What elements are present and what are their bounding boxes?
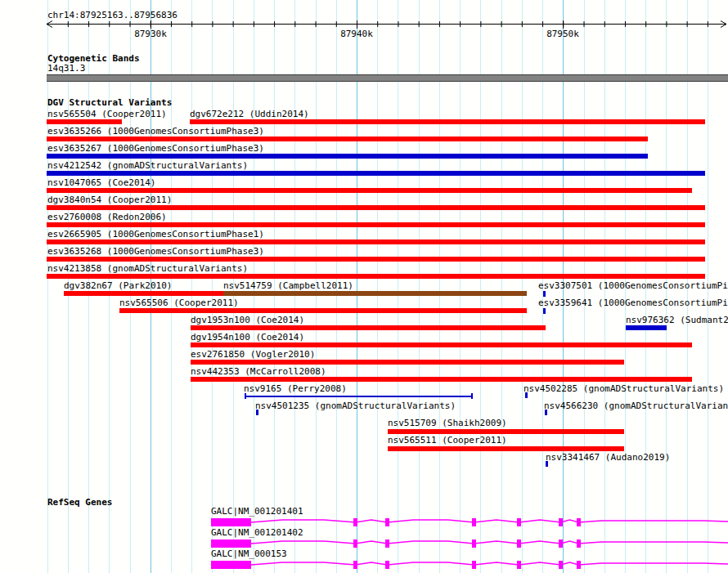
variant-point-tick[interactable] (525, 392, 528, 398)
gene-intron-line[interactable] (251, 520, 728, 522)
gene-exon[interactable] (559, 539, 563, 548)
variant-label[interactable]: esv2665905 (1000GenomesConsortiumPhase1) (47, 230, 264, 239)
variant-label[interactable]: esv3307501 (1000GenomesConsortiumPilot (538, 281, 728, 290)
variant-label[interactable]: dgv382n67 (Park2010) (64, 281, 172, 290)
variant-label[interactable]: esv2760008 (Redon2006) (47, 213, 167, 222)
variant-bar[interactable] (47, 137, 648, 141)
variant-label[interactable]: dgv3840n54 (Cooper2011) (47, 195, 172, 204)
variant-bar[interactable] (47, 257, 705, 262)
variant-bar[interactable] (47, 171, 705, 176)
variant-point-tick[interactable] (543, 291, 546, 297)
variant-point-tick[interactable] (543, 308, 546, 314)
gene-exon[interactable] (517, 561, 521, 569)
variant-bar[interactable] (223, 291, 527, 296)
variant-label[interactable]: nsv1047065 (Coe2014) (47, 178, 155, 187)
grid-minor-line (522, 0, 523, 573)
variant-bar[interactable] (191, 377, 692, 382)
variant-bar[interactable] (119, 308, 527, 313)
grid-minor-line (191, 0, 192, 573)
variant-bar[interactable] (190, 119, 705, 124)
variant-label[interactable]: esv3359641 (1000GenomesConsortiumPilot (538, 298, 728, 307)
variant-label[interactable]: nsv515709 (Shaikh2009) (388, 419, 507, 428)
gene-intron-line[interactable] (251, 541, 728, 544)
variant-label[interactable]: nsv442353 (McCarroll2008) (191, 367, 326, 376)
variant-bar[interactable] (388, 429, 624, 434)
cytoband-bar[interactable] (47, 74, 728, 82)
gene-exon[interactable] (517, 539, 521, 548)
grid-minor-line (439, 0, 440, 573)
gene-label[interactable]: GALC|NM_000153 (211, 549, 287, 558)
gene-exon[interactable] (472, 561, 476, 569)
variant-label[interactable]: nsv565506 (Cooper2011) (119, 298, 239, 307)
variant-bar[interactable] (47, 222, 705, 227)
gene-exon[interactable] (577, 539, 581, 548)
gene-exon[interactable] (577, 561, 581, 569)
variant-label[interactable]: nsv514759 (Campbell2011) (223, 281, 353, 290)
variant-label[interactable]: nsv4502285 (gnomADStructuralVariants) (524, 384, 724, 393)
variant-label[interactable]: dgv1954n100 (Coe2014) (191, 333, 304, 342)
variant-label[interactable]: esv3635268 (1000GenomesConsortiumPhase3) (47, 247, 264, 256)
variant-label[interactable]: nsv4501235 (gnomADStructuralVariants) (255, 401, 456, 410)
cytoband-name: 14q31.3 (47, 64, 85, 73)
section-title-dgv-structural-variants: DGV Structural Variants (47, 98, 172, 107)
grid-minor-line (460, 0, 461, 573)
variant-bar[interactable] (191, 342, 692, 347)
variant-label[interactable]: esv3635266 (1000GenomesConsortiumPhase3) (47, 127, 264, 136)
gene-exon[interactable] (559, 561, 563, 569)
section-title-cytogenetic-bands: Cytogenetic Bands (47, 54, 140, 63)
grid-minor-line (419, 0, 420, 573)
variant-point-tick[interactable] (545, 410, 547, 415)
section-title-refseq-genes: RefSeq Genes (47, 498, 112, 507)
variant-point-tick[interactable] (256, 410, 258, 415)
variant-label[interactable]: nsv4566230 (gnomADStructuralVariants) (544, 401, 728, 410)
variant-bar[interactable] (47, 154, 648, 159)
variant-bar[interactable] (626, 325, 667, 330)
variant-bar[interactable] (191, 325, 546, 330)
gene-exon-box[interactable] (211, 539, 251, 548)
gene-exon-box[interactable] (211, 518, 251, 526)
variant-label[interactable]: nsv565504 (Cooper2011) (47, 110, 167, 119)
variant-bar[interactable] (64, 291, 223, 296)
variant-label[interactable]: esv2761850 (Vogler2010) (191, 350, 315, 359)
gene-exon[interactable] (385, 561, 389, 569)
variant-bar[interactable] (47, 188, 692, 193)
gene-exon[interactable] (559, 518, 563, 526)
variant-label[interactable]: nsv9165 (Perry2008) (244, 384, 347, 393)
variant-bar[interactable] (388, 446, 624, 451)
gene-label[interactable]: GALC|NM_001201401 (211, 507, 303, 516)
grid-minor-line (47, 0, 48, 573)
grid-minor-line (480, 0, 481, 573)
variant-bar[interactable] (191, 360, 624, 365)
gene-intron-line[interactable] (251, 562, 728, 565)
gene-exon-box[interactable] (211, 561, 251, 569)
variant-interval-line[interactable] (245, 396, 472, 397)
gene-exon[interactable] (517, 518, 521, 526)
grid-major-line (357, 0, 357, 573)
gene-label[interactable]: GALC|NM_001201402 (211, 528, 303, 537)
variant-bar[interactable] (47, 119, 122, 124)
variant-label[interactable]: dgv672e212 (Uddin2014) (190, 110, 309, 119)
variant-label[interactable]: nsv3341467 (Audano2019) (546, 453, 670, 462)
gene-exon[interactable] (577, 518, 581, 526)
variant-bar[interactable] (47, 274, 705, 279)
variant-point-tick[interactable] (546, 461, 548, 467)
gene-exon[interactable] (472, 539, 476, 548)
variant-label[interactable]: nsv4212542 (gnomADStructuralVariants) (47, 161, 248, 170)
gene-exon[interactable] (385, 518, 389, 526)
grid-minor-line (398, 0, 398, 573)
grid-minor-line (501, 0, 502, 573)
gene-exon[interactable] (385, 539, 389, 548)
variant-label[interactable]: nsv4213858 (gnomADStructuralVariants) (47, 264, 248, 273)
variant-bar[interactable] (47, 205, 705, 210)
grid-minor-line (377, 0, 378, 573)
ruler-axis (0, 0, 728, 43)
variant-label[interactable]: esv3635267 (1000GenomesConsortiumPhase3) (47, 144, 264, 153)
variant-label[interactable]: nsv976362 (Sudmant201 (626, 316, 728, 325)
grid-minor-line (212, 0, 213, 573)
variant-interval-endcap[interactable] (245, 393, 246, 399)
variant-bar[interactable] (47, 239, 705, 244)
variant-label[interactable]: dgv1953n100 (Coe2014) (191, 316, 304, 325)
gene-exon[interactable] (472, 518, 476, 526)
variant-interval-endcap[interactable] (471, 393, 473, 399)
variant-label[interactable]: nsv565511 (Cooper2011) (388, 436, 507, 445)
